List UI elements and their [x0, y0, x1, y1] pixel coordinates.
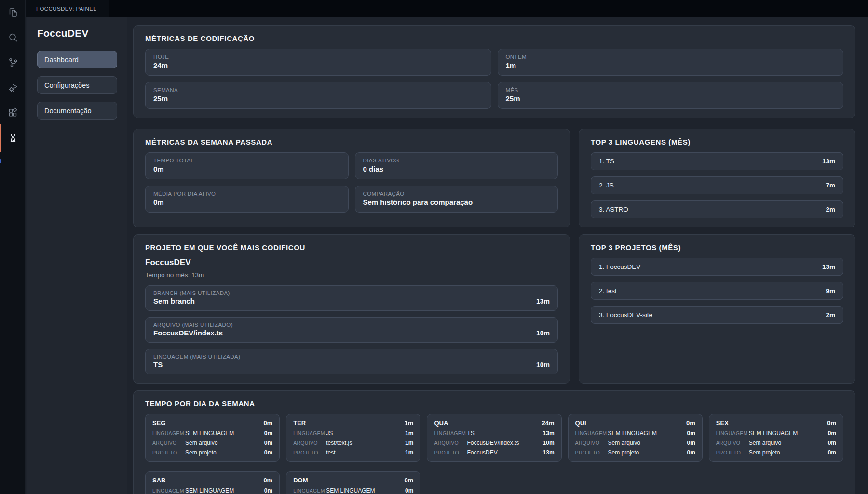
- day-stat-time: 0m: [264, 487, 272, 494]
- stat-media-dia-ativo: MÉDIA POR DIA ATIVO 0m: [145, 186, 349, 213]
- stat-label: COMPARAÇÃO: [363, 191, 550, 197]
- stat-value: 25m: [153, 94, 483, 103]
- day-stat-time: 0m: [828, 440, 836, 446]
- sidebar-item-configuracoes[interactable]: Configurações: [37, 76, 117, 94]
- top-languages-card: TOP 3 LINGUAGENS (MÊS) 1. TS 13m 2. JS 7…: [579, 129, 855, 227]
- day-stat-value: Sem arquivo: [608, 440, 687, 446]
- stat-value: 0m: [153, 198, 340, 206]
- stat-dias-ativos: DIAS ATIVOS 0 dias: [355, 152, 558, 179]
- day-card: QUA 24m LINGUAGEMTS13mARQUIVOFoccusDEV/i…: [427, 414, 561, 462]
- day-stat-time: 1m: [405, 430, 413, 437]
- day-stat-row: ARQUIVOtest/text.js1m: [293, 440, 413, 446]
- day-stat-row: PROJETOFoccusDEV13m: [434, 449, 554, 456]
- day-stat-label: ARQUIVO: [152, 440, 185, 446]
- activity-bar: [0, 0, 26, 494]
- rank-time: 13m: [822, 158, 835, 165]
- stat-comparacao: COMPARAÇÃO Sem histórico para comparação: [355, 186, 558, 213]
- sidebar-item-documentacao[interactable]: Documentação: [37, 102, 117, 120]
- stat-semana: SEMANA 25m: [145, 82, 491, 109]
- day-stat-label: LINGUAGEM: [293, 430, 326, 436]
- rank-name: 2. test: [599, 287, 617, 294]
- project-month-time: Tempo no mês: 13m: [145, 271, 558, 279]
- tab-title: FOCCUSDEV: PAINEL: [36, 6, 96, 12]
- coding-metrics-card: MÉTRICAS DE CODIFICAÇÃO HOJE 24m ONTEM 1…: [133, 25, 855, 118]
- day-stat-time: 0m: [687, 440, 695, 446]
- sidebar-title: FoccuDEV: [37, 27, 117, 39]
- day-stat-time: 13m: [543, 430, 555, 437]
- day-total-time: 0m: [263, 477, 272, 484]
- day-total-time: 0m: [686, 419, 695, 427]
- stat-value: 0 dias: [363, 165, 550, 173]
- hourglass-icon[interactable]: [0, 125, 26, 150]
- day-stat-value: FoccusDEV: [467, 449, 542, 456]
- day-stat-value: SEM LINGUAGEM: [185, 487, 264, 494]
- day-stat-row: PROJETOSem projeto0m: [575, 449, 695, 456]
- stat-mes: MÊS 25m: [498, 82, 844, 109]
- run-debug-icon[interactable]: [0, 75, 26, 100]
- day-stat-time: 10m: [543, 440, 555, 446]
- stat-value: 25m: [506, 94, 836, 103]
- project-name: FoccusDEV: [145, 258, 558, 267]
- sidebar-item-label: Documentação: [44, 107, 92, 115]
- day-total-time: 0m: [263, 419, 272, 427]
- day-stat-label: LINGUAGEM: [152, 430, 185, 436]
- rank-time: 2m: [826, 311, 835, 319]
- sidebar-item-dashboard[interactable]: Dashboard: [37, 51, 117, 68]
- source-control-icon[interactable]: [0, 50, 26, 75]
- day-total-time: 0m: [827, 419, 836, 427]
- extensions-icon[interactable]: [0, 100, 26, 125]
- last-week-card: MÉTRICAS DA SEMANA PASSADA TEMPO TOTAL 0…: [133, 129, 570, 227]
- search-icon[interactable]: [0, 25, 26, 50]
- day-stat-row: LINGUAGEMSEM LINGUAGEM0m: [152, 430, 272, 437]
- rank-time: 7m: [826, 182, 835, 189]
- day-stat-time: 13m: [543, 449, 555, 456]
- notification-dash: [0, 159, 1, 163]
- day-card: DOM 0m LINGUAGEMSEM LINGUAGEM0mARQUIVOSe…: [286, 471, 420, 494]
- day-stat-time: 0m: [828, 430, 836, 437]
- stat-label: MÊS: [506, 87, 836, 93]
- stat-label: ARQUIVO (MAIS UTILIZADO): [153, 322, 550, 328]
- day-stat-label: PROJETO: [575, 450, 608, 455]
- language-stat-box: LINGUAGEM (MAIS UTILIZADA) TS 10m: [145, 349, 558, 374]
- stat-label: ONTEM: [506, 54, 836, 60]
- rank-name: 1. TS: [599, 158, 614, 165]
- day-card: SEG 0m LINGUAGEMSEM LINGUAGEM0mARQUIVOSe…: [145, 414, 280, 462]
- day-total-time: 24m: [542, 419, 555, 427]
- stat-label: TEMPO TOTAL: [153, 158, 340, 163]
- card-title: TOP 3 PROJETOS (MÊS): [591, 243, 843, 252]
- rank-time: 13m: [822, 263, 835, 270]
- day-name: SEG: [152, 419, 165, 427]
- day-stat-label: LINGUAGEM: [434, 430, 467, 436]
- stat-value: Sem branch: [153, 297, 195, 305]
- sidebar-item-label: Configurações: [44, 81, 90, 89]
- day-stat-value: test: [326, 449, 405, 456]
- day-stat-value: Sem projeto: [185, 449, 264, 456]
- rank-name: 2. JS: [599, 182, 614, 189]
- day-stat-value: SEM LINGUAGEM: [749, 430, 828, 437]
- stat-value: 1m: [506, 61, 836, 69]
- rank-time: 9m: [826, 287, 835, 294]
- sidebar-item-label: Dashboard: [44, 56, 79, 64]
- weekday-card: TEMPO POR DIA DA SEMANA SEG 0m LINGUAGEM…: [133, 390, 855, 494]
- language-rank-row: 3. ASTRO 2m: [591, 200, 843, 218]
- day-stat-value: SEM LINGUAGEM: [185, 430, 264, 437]
- files-icon[interactable]: [0, 0, 26, 25]
- day-name: QUI: [575, 419, 586, 427]
- day-stat-row: LINGUAGEMSEM LINGUAGEM0m: [716, 430, 836, 437]
- day-stat-label: ARQUIVO: [293, 440, 326, 446]
- top-projects-card: TOP 3 PROJETOS (MÊS) 1. FoccusDEV 13m 2.…: [579, 234, 855, 384]
- day-stat-time: 1m: [405, 440, 413, 446]
- day-stat-label: ARQUIVO: [716, 440, 749, 446]
- day-stat-label: PROJETO: [293, 450, 326, 455]
- extension-sidebar: FoccuDEV Dashboard Configurações Documen…: [27, 17, 127, 494]
- tab-foccusdev-painel[interactable]: FOCCUSDEV: PAINEL: [26, 0, 109, 17]
- day-stat-time: 0m: [264, 430, 272, 437]
- day-card: QUI 0m LINGUAGEMSEM LINGUAGEM0mARQUIVOSe…: [568, 414, 703, 462]
- rank-name: 1. FoccusDEV: [599, 263, 640, 270]
- day-total-time: 0m: [405, 477, 414, 484]
- day-name: SEX: [716, 419, 729, 427]
- stat-time: 10m: [536, 329, 550, 337]
- day-stat-time: 1m: [405, 449, 413, 456]
- stat-label: SEMANA: [153, 87, 483, 93]
- stat-label: LINGUAGEM (MAIS UTILIZADA): [153, 354, 550, 360]
